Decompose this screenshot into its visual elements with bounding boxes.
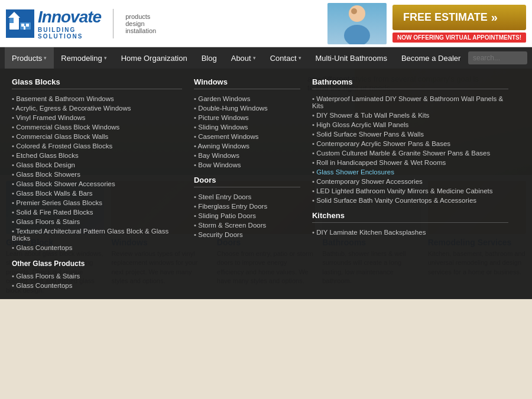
list-item[interactable]: Solid & Fire Rated Blocks <box>12 207 182 217</box>
list-item[interactable]: Contemporary Shower Accessories <box>312 177 508 186</box>
brand-line3: SOLUTIONS <box>38 33 101 40</box>
windows-list: Garden Windows Double-Hung Windows Pictu… <box>194 94 300 170</box>
list-item[interactable]: Commercial Glass Block Windows <box>12 122 182 132</box>
list-item[interactable]: Awning Windows <box>194 141 300 151</box>
list-item[interactable]: Solid Surface Shower Pans & Walls <box>312 129 508 139</box>
nav-home-organization-label: Home Organization <box>121 54 187 63</box>
nav-blog[interactable]: Blog <box>194 47 224 69</box>
list-item[interactable]: Premier Series Glass Blocks <box>12 198 182 207</box>
nav-dealer[interactable]: Become a Dealer <box>394 47 468 69</box>
list-item[interactable]: Colored & Frosted Glass Blocks <box>12 141 182 151</box>
nav-contact[interactable]: Contact ▾ <box>263 47 309 69</box>
dropdown-glass-blocks-col: Glass Blocks Basement & Bathroom Windows… <box>12 77 194 290</box>
doors-heading: Doors <box>194 176 300 187</box>
nav-multi-unit-label: Multi-Unit Bathrooms <box>316 54 387 63</box>
list-item[interactable]: Etched Glass Blocks <box>12 151 182 160</box>
nav-products-arrow: ▾ <box>44 55 47 61</box>
glass-blocks-list: Basement & Bathroom Windows Acrylic, Egr… <box>12 94 182 252</box>
svg-rect-5 <box>26 24 29 27</box>
list-item[interactable]: Sliding Patio Doors <box>194 211 300 220</box>
svg-rect-6 <box>24 26 25 30</box>
list-item[interactable]: Steel Entry Doors <box>194 192 300 202</box>
tagline-3: installation <box>125 27 156 34</box>
nav-dealer-label: Become a Dealer <box>401 54 460 63</box>
nav-blog-label: Blog <box>202 54 217 63</box>
tagline-1: products <box>125 13 156 20</box>
nav-bar: Products ▾ Remodeling ▾ Home Organizatio… <box>0 47 532 69</box>
list-item[interactable]: Glass Block Design <box>12 160 182 170</box>
list-item[interactable]: LED Lighted Bathroom Vanity Mirrors & Me… <box>312 186 508 196</box>
list-item[interactable]: Casement Windows <box>194 132 300 141</box>
brand-name: Innovate <box>38 8 101 27</box>
nav-remodeling[interactable]: Remodeling ▾ <box>54 47 113 69</box>
list-item[interactable]: Picture Windows <box>194 113 300 122</box>
svg-point-9 <box>351 8 357 14</box>
list-item[interactable]: Glass Floors & Stairs <box>12 217 182 226</box>
list-item[interactable]: Double-Hung Windows <box>194 103 300 113</box>
list-item[interactable]: Roll in Handicapped Shower & Wet Rooms <box>312 158 508 167</box>
other-glass-list: Glass Floors & Stairs Glass Countertops <box>12 271 182 290</box>
nav-about[interactable]: About ▾ <box>224 47 263 69</box>
svg-point-7 <box>349 5 365 22</box>
nav-contact-arrow: ▾ <box>299 55 301 61</box>
free-estimate-button[interactable]: FREE ESTIMATE » <box>392 5 526 30</box>
shower-enclosures-item[interactable]: Glass Shower Enclosures <box>312 167 508 177</box>
person-image <box>327 3 387 44</box>
logo-icon <box>6 9 34 38</box>
nav-products[interactable]: Products ▾ <box>5 47 54 69</box>
list-item[interactable]: Waterproof Laminated DIY Shower & Bathro… <box>312 94 508 111</box>
list-item[interactable]: Garden Windows <box>194 94 300 103</box>
list-item[interactable]: Bow Windows <box>194 160 300 170</box>
logo-area: Innovate BUILDING SOLUTIONS products des… <box>6 8 156 40</box>
search-input[interactable] <box>468 51 527 64</box>
list-item[interactable]: Basement & Bathroom Windows <box>12 94 182 103</box>
nav-multi-unit[interactable]: Multi-Unit Bathrooms <box>309 47 394 69</box>
svg-rect-1 <box>9 18 14 23</box>
other-glass-heading: Other Glass Products <box>12 259 182 268</box>
logo-box[interactable]: Innovate BUILDING SOLUTIONS <box>6 8 101 40</box>
virtual-appt-banner: NOW OFFERING VIRTUAL APPOINTMENTS! <box>392 33 526 43</box>
list-item[interactable]: Commercial Glass Block Walls <box>12 132 182 141</box>
list-item[interactable]: Sliding Windows <box>194 122 300 132</box>
list-item[interactable]: Textured Architectural Pattern Glass Blo… <box>12 226 182 243</box>
list-item[interactable]: Glass Block Showers <box>12 170 182 179</box>
windows-heading: Windows <box>194 77 300 89</box>
svg-marker-2 <box>8 12 20 18</box>
list-item[interactable]: Glass Floors & Stairs <box>12 271 182 281</box>
free-estimate-label: FREE ESTIMATE <box>403 11 488 24</box>
tagline-2: design <box>125 20 156 27</box>
list-item[interactable]: Glass Countertops <box>12 243 182 252</box>
list-item[interactable]: DIY Laminate Kitchen Backsplashes <box>312 228 508 237</box>
doors-list: Steel Entry Doors Fiberglass Entry Doors… <box>194 192 300 239</box>
header-right: FREE ESTIMATE » NOW OFFERING VIRTUAL APP… <box>327 3 526 44</box>
nav-home-organization[interactable]: Home Organization <box>114 47 194 69</box>
nav-remodeling-label: Remodeling <box>61 54 102 63</box>
nav-about-label: About <box>231 54 251 63</box>
list-item[interactable]: Contemporary Acrylic Shower Pans & Bases <box>312 139 508 148</box>
logo-taglines: products design installation <box>125 13 156 34</box>
list-item[interactable]: Vinyl Framed Windows <box>12 113 182 122</box>
logo-text: Innovate BUILDING SOLUTIONS <box>38 8 101 40</box>
list-item[interactable]: Glass Block Walls & Bars <box>12 189 182 198</box>
list-item[interactable]: Solid Surface Bath Vanity Countertops & … <box>312 196 508 205</box>
list-item[interactable]: Fiberglass Entry Doors <box>194 202 300 211</box>
svg-point-8 <box>344 25 370 44</box>
chevron-icon: » <box>491 11 498 24</box>
list-item[interactable]: Bay Windows <box>194 151 300 160</box>
products-dropdown: Glass Blocks Basement & Bathroom Windows… <box>0 69 532 299</box>
list-item[interactable]: Storm & Screen Doors <box>194 220 300 230</box>
nav-wrapper: Products ▾ Remodeling ▾ Home Organizatio… <box>0 47 532 69</box>
list-item[interactable]: Security Doors <box>194 230 300 239</box>
list-item[interactable]: Glass Block Shower Accessories <box>12 179 182 189</box>
glass-blocks-heading: Glass Blocks <box>12 77 182 89</box>
list-item[interactable]: DIY Shower & Tub Wall Panels & Kits <box>312 111 508 120</box>
other-glass-section: Other Glass Products Glass Floors & Stai… <box>12 259 182 290</box>
nav-contact-label: Contact <box>270 54 297 63</box>
list-item[interactable]: High Gloss Acrylic Wall Panels <box>312 120 508 129</box>
list-item[interactable]: Acrylic, Egress & Decorative Windows <box>12 103 182 113</box>
site-header: Innovate BUILDING SOLUTIONS products des… <box>0 0 532 47</box>
list-item[interactable]: Glass Countertops <box>12 281 182 290</box>
logo-divider <box>113 9 113 38</box>
list-item[interactable]: Custom Cultured Marble & Granite Shower … <box>312 148 508 158</box>
doors-section: Doors Steel Entry Doors Fiberglass Entry… <box>194 176 300 239</box>
